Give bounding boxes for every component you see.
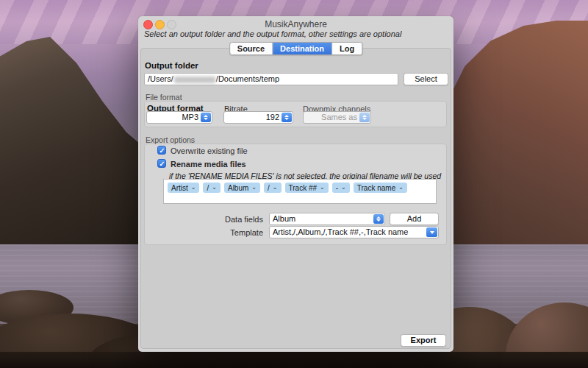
window-subtitle: Select an output folder and the output f… bbox=[144, 29, 401, 38]
chevron-up-down-icon bbox=[201, 113, 211, 122]
chevron-down-icon bbox=[341, 185, 346, 191]
path-suffix: /Documents/temp bbox=[216, 74, 279, 83]
chevron-up-down-icon bbox=[282, 113, 292, 122]
token-label: - bbox=[336, 184, 338, 192]
template-combo[interactable]: Artist,/,Album,/,Track ##,-,Track name bbox=[269, 226, 439, 238]
select-folder-button[interactable]: Select bbox=[404, 73, 448, 85]
chevron-up-down-icon bbox=[373, 214, 384, 224]
token-label: Artist bbox=[171, 184, 188, 192]
chevron-down-icon bbox=[251, 185, 257, 191]
token-album[interactable]: Album bbox=[224, 183, 260, 193]
token-label: Track ## bbox=[289, 184, 318, 192]
token-artist[interactable]: Artist bbox=[168, 183, 199, 193]
token-label: / bbox=[268, 184, 270, 192]
data-fields-popup[interactable]: Album bbox=[269, 213, 385, 225]
chevron-down-icon bbox=[191, 185, 196, 191]
token-label: Track name bbox=[357, 184, 395, 192]
data-fields-value: Album bbox=[273, 213, 371, 224]
overwrite-checkbox[interactable] bbox=[157, 146, 166, 155]
template-value: Artist,/,Album,/,Track ##,-,Track name bbox=[273, 227, 425, 238]
output-folder-input[interactable]: /Users//Documents/temp bbox=[144, 73, 398, 85]
token-separator[interactable]: / bbox=[203, 183, 220, 193]
data-fields-label: Data fields bbox=[204, 215, 263, 224]
chevron-down-icon bbox=[426, 227, 437, 237]
output-format-value: MP3 bbox=[150, 112, 198, 123]
token-label: / bbox=[207, 184, 209, 192]
downmix-channels-value: Sames as source bbox=[306, 112, 357, 123]
output-folder-label: Output folder bbox=[145, 61, 198, 70]
overwrite-label: Overwrite existing file bbox=[171, 146, 248, 155]
downmix-channels-popup: Sames as source bbox=[303, 111, 371, 124]
token-separator[interactable]: - bbox=[332, 183, 350, 193]
chevron-up-down-icon bbox=[359, 113, 370, 122]
chevron-down-icon bbox=[273, 185, 278, 191]
bitrate-value: 192 bbox=[227, 112, 279, 123]
token-label: Album bbox=[228, 184, 248, 192]
tab-source[interactable]: Source bbox=[230, 43, 273, 54]
rename-label: Rename media files bbox=[171, 160, 246, 169]
export-button[interactable]: Export bbox=[401, 334, 446, 347]
bitrate-popup[interactable]: 192 bbox=[223, 111, 293, 124]
app-window: MusikAnywhere Select an output folder an… bbox=[138, 16, 453, 352]
shoreline bbox=[0, 352, 588, 368]
export-options-section-label: Export options bbox=[146, 135, 195, 144]
template-label: Template bbox=[204, 228, 263, 237]
redacted-username bbox=[174, 77, 215, 83]
chevron-down-icon bbox=[212, 185, 217, 191]
token-separator[interactable]: / bbox=[264, 183, 281, 193]
token-track-name[interactable]: Track name bbox=[354, 183, 407, 193]
file-format-section-label: File format bbox=[146, 93, 182, 102]
chevron-down-icon bbox=[398, 185, 404, 191]
tab-bar: Source Destination Log bbox=[229, 42, 362, 55]
tab-destination[interactable]: Destination bbox=[273, 43, 332, 54]
window-title: MusikAnywhere bbox=[138, 19, 453, 29]
path-prefix: /Users/ bbox=[148, 74, 173, 83]
filename-pattern-box[interactable]: Artist / Album / Track ## - Track name bbox=[163, 179, 437, 204]
add-field-button[interactable]: Add bbox=[390, 213, 439, 225]
token-track-number[interactable]: Track ## bbox=[285, 183, 329, 193]
tab-log[interactable]: Log bbox=[332, 43, 362, 54]
rename-checkbox[interactable] bbox=[157, 159, 166, 168]
output-format-popup[interactable]: MP3 bbox=[146, 111, 212, 124]
chevron-down-icon bbox=[320, 185, 325, 191]
